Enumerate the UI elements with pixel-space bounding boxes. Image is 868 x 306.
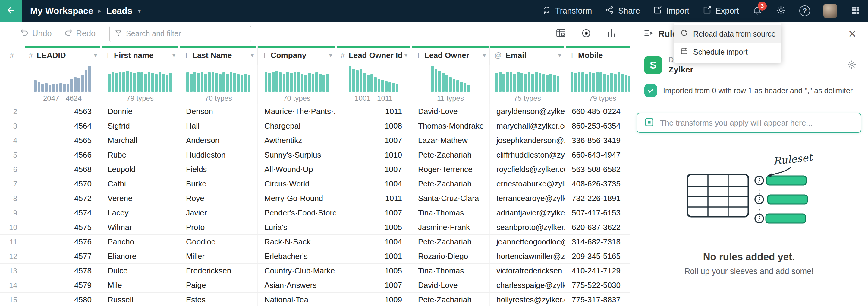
data-source-settings-button[interactable] — [847, 60, 857, 71]
table-cell[interactable]: Pete·Zachariah — [411, 235, 490, 249]
table-cell[interactable]: 1011 — [336, 191, 411, 205]
table-cell[interactable]: 209-345-5165 — [565, 249, 629, 263]
column-menu-caret-icon[interactable]: ▾ — [173, 52, 176, 59]
table-cell[interactable]: 1007 — [336, 278, 411, 293]
column-header-last-name[interactable]: TLast Name▾ — [179, 46, 258, 64]
column-header-lead-owner[interactable]: TLead Owner▾ — [411, 46, 490, 64]
column-stats-icon[interactable] — [606, 28, 617, 40]
target-icon[interactable] — [581, 28, 592, 40]
table-cell[interactable]: Cathi — [101, 177, 179, 191]
table-cell[interactable]: Pete·Zachariah — [411, 177, 490, 191]
settings-button[interactable] — [776, 5, 786, 17]
row-number-cell[interactable]: 8 — [0, 191, 24, 205]
table-cell[interactable]: Roger·Terrence — [411, 162, 490, 176]
table-cell[interactable]: Mile — [101, 278, 179, 293]
table-cell[interactable]: hollyrestes@zylker.c... — [490, 293, 565, 306]
back-button[interactable] — [0, 0, 22, 22]
table-cell[interactable]: Rube — [101, 148, 179, 162]
menu-item-reload-data[interactable]: Reload data from source — [674, 25, 781, 43]
table-cell[interactable]: Burke — [179, 177, 258, 191]
table-cell[interactable]: Thomas·Mondrake — [411, 119, 490, 133]
row-number-cell[interactable]: 12 — [0, 249, 24, 263]
table-cell[interactable]: Proto — [179, 220, 258, 234]
data-preview-icon[interactable] — [555, 28, 566, 40]
table-cell[interactable]: cliffrhuddleston@zyl... — [490, 148, 565, 162]
table-cell[interactable]: 4575 — [24, 220, 101, 234]
table-cell[interactable]: charlesspaige@zylke... — [490, 278, 565, 293]
table-cell[interactable]: Lacey — [101, 206, 179, 220]
table-cell[interactable]: Leupold — [101, 162, 179, 176]
row-number-cell[interactable]: 14 — [0, 278, 24, 293]
row-number-cell[interactable]: 6 — [0, 162, 24, 176]
redo-button[interactable]: Redo — [64, 28, 96, 39]
table-cell[interactable]: Tina·Thomas — [411, 264, 490, 278]
table-cell[interactable]: Dulce — [101, 264, 179, 278]
table-cell[interactable]: Maurice·The·Pants·... — [258, 104, 336, 119]
row-number-cell[interactable]: 5 — [0, 148, 24, 162]
share-button[interactable]: Share — [605, 5, 640, 17]
table-cell[interactable]: hortenciawmiller@zy... — [490, 249, 565, 263]
table-cell[interactable]: 4563 — [24, 104, 101, 119]
table-cell[interactable]: josephkanderson@z... — [490, 133, 565, 147]
table-cell[interactable]: Wilmar — [101, 220, 179, 234]
table-cell[interactable]: Awthentikz — [258, 133, 336, 147]
table-cell[interactable]: Fields — [179, 162, 258, 176]
table-cell[interactable]: Russell — [101, 293, 179, 306]
apps-button[interactable] — [850, 5, 860, 16]
notifications-button[interactable]: 3 — [752, 5, 763, 17]
table-cell[interactable]: 4568 — [24, 162, 101, 176]
undo-button[interactable]: Undo — [20, 28, 52, 39]
table-cell[interactable]: Marchall — [101, 133, 179, 147]
table-cell[interactable]: David·Love — [411, 104, 490, 119]
table-cell[interactable]: Santa·Cruz·Clara — [411, 191, 490, 205]
table-cell[interactable]: garyldenson@zylker... — [490, 104, 565, 119]
table-cell[interactable]: Estes — [179, 293, 258, 306]
table-cell[interactable]: 775-317-8837 — [565, 293, 629, 306]
user-avatar[interactable] — [824, 4, 837, 18]
search-filter-box[interactable] — [110, 26, 251, 42]
table-cell[interactable]: 1004 — [336, 177, 411, 191]
table-cell[interactable]: 4574 — [24, 206, 101, 220]
row-number-cell[interactable]: 2 — [0, 104, 24, 119]
table-cell[interactable]: Elianore — [101, 249, 179, 263]
table-cell[interactable]: Sigfrid — [101, 119, 179, 133]
column-header-leadid[interactable]: #LEADID▾ — [24, 46, 101, 64]
table-cell[interactable]: 408-626-3735 — [565, 177, 629, 191]
help-button[interactable]: ? — [799, 5, 810, 16]
table-cell[interactable]: roycfields@zylker.com — [490, 162, 565, 176]
table-cell[interactable]: 507-417-6153 — [565, 206, 629, 220]
column-header-mobile[interactable]: TMobile▾ — [565, 46, 629, 64]
table-cell[interactable]: Denson — [179, 104, 258, 119]
table-cell[interactable]: Verene — [101, 191, 179, 205]
table-cell[interactable]: 563-508-6582 — [565, 162, 629, 176]
table-cell[interactable]: 4572 — [24, 191, 101, 205]
table-cell[interactable]: marychall@zylker.com — [490, 119, 565, 133]
table-cell[interactable]: Erlebacher's — [258, 249, 336, 263]
table-cell[interactable]: 4576 — [24, 235, 101, 249]
table-cell[interactable]: Rack·N·Sack — [258, 235, 336, 249]
transform-button[interactable]: Transform — [542, 5, 592, 17]
column-header-lead-owner-id[interactable]: #Lead Owner Id▾ — [336, 46, 411, 64]
column-header-first-name[interactable]: TFirst name▾ — [101, 46, 179, 64]
table-cell[interactable]: Paige — [179, 278, 258, 293]
column-header-email[interactable]: @Email▾ — [490, 46, 565, 64]
table-cell[interactable]: 4564 — [24, 119, 101, 133]
table-cell[interactable]: All·Wound·Up — [258, 162, 336, 176]
table-cell[interactable]: Huddleston — [179, 148, 258, 162]
row-number-cell[interactable]: 13 — [0, 264, 24, 278]
table-cell[interactable]: Donnie — [101, 104, 179, 119]
table-cell[interactable]: 4577 — [24, 249, 101, 263]
table-cell[interactable]: 1009 — [336, 293, 411, 306]
table-cell[interactable]: 732-226-1891 — [565, 191, 629, 205]
row-number-cell[interactable]: 3 — [0, 119, 24, 133]
row-number-cell[interactable]: 7 — [0, 177, 24, 191]
table-cell[interactable]: Luria's — [258, 220, 336, 234]
table-cell[interactable]: 4580 — [24, 293, 101, 306]
table-cell[interactable]: victorafredericksen... — [490, 264, 565, 278]
dataset-caret-icon[interactable]: ▾ — [138, 7, 141, 15]
table-cell[interactable]: Lazar·Mathew — [411, 133, 490, 147]
table-cell[interactable]: jeannetteogoodloe@... — [490, 235, 565, 249]
row-number-cell[interactable]: 15 — [0, 293, 24, 306]
table-cell[interactable]: David·Love — [411, 278, 490, 293]
table-cell[interactable]: Jasmine·Frank — [411, 220, 490, 234]
